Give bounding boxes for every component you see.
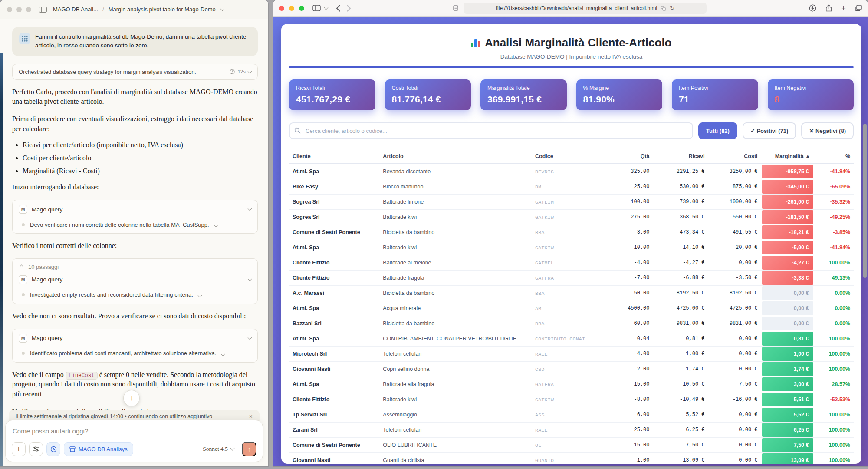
- conversation-title[interactable]: Margin analysis pivot table for Mago-Dem…: [108, 6, 216, 13]
- column-header-marginalita[interactable]: Marginalità ▲: [761, 149, 814, 164]
- close-window-button[interactable]: [279, 6, 284, 11]
- cell-articolo: OLIO LUBRIFICANTE: [379, 438, 532, 453]
- cell-ricavi: 1,00 €: [653, 347, 708, 362]
- column-header-pct[interactable]: %: [814, 149, 854, 164]
- tool-note-row[interactable]: Investigated empty results and reconside…: [19, 291, 251, 299]
- column-header-codice[interactable]: Codice: [532, 149, 613, 164]
- column-header-qta[interactable]: Qtà: [613, 149, 653, 164]
- cell-cliente: At.ml. Spa: [289, 240, 379, 255]
- tool-note-row[interactable]: Identificato problema dati costi mancant…: [19, 350, 251, 357]
- tools-button[interactable]: [29, 442, 43, 456]
- cell-pct: 100.00%: [814, 423, 854, 438]
- translate-icon[interactable]: [661, 6, 666, 11]
- tool-call-card[interactable]: M Mago query ⚠ Devo verificare i no: [12, 200, 258, 234]
- cell-ricavi: 6,25 €: [653, 423, 708, 438]
- cell-ricavi: 368,50 €: [653, 210, 708, 225]
- filter-button[interactable]: ✓ Positivi (71): [743, 122, 796, 139]
- chevron-down-icon[interactable]: [220, 7, 224, 11]
- cell-articolo: Baltorade kiwi: [379, 240, 532, 255]
- sidebar-toggle-icon[interactable]: [39, 7, 47, 13]
- cell-costi: -3,50 €: [708, 271, 761, 286]
- tool-steps-label: 10 passaggi: [28, 264, 59, 270]
- reload-icon[interactable]: ↻: [670, 5, 674, 11]
- downloads-icon[interactable]: [809, 4, 816, 12]
- cell-pct: 100.00%: [814, 331, 854, 347]
- tool-title-row[interactable]: M Mago query ⚠: [19, 334, 251, 343]
- project-pill[interactable]: MAGO DB Analisys: [64, 442, 133, 456]
- forward-button[interactable]: [347, 5, 351, 12]
- cell-cliente: Microtech Srl: [289, 347, 379, 362]
- search-input[interactable]: [289, 122, 693, 139]
- cell-pct: 100.00%: [814, 362, 854, 377]
- page-scrollbar[interactable]: [863, 124, 867, 278]
- cell-ricavi: 473,34 €: [653, 225, 708, 240]
- back-button[interactable]: [336, 5, 340, 12]
- chevron-down-icon[interactable]: [248, 277, 252, 281]
- user-message: Fammi il controllo marginalità sul db Ma…: [12, 27, 258, 56]
- table-controls: Tutti (82) ✓ Positivi (71) ✕ Negativi (8…: [289, 122, 854, 139]
- tool-note-row[interactable]: Devo verificare i nomi corretti delle co…: [19, 221, 251, 228]
- cell-cliente: At.ml. Spa: [289, 301, 379, 316]
- column-header-costi[interactable]: Costi: [708, 149, 761, 164]
- filter-buttons: Tutti (82) ✓ Positivi (71) ✕ Negativi (8…: [698, 122, 854, 139]
- cell-pct: 0.00%: [814, 316, 854, 331]
- margin-chip: -261,00 €: [762, 195, 813, 209]
- tool-call-card[interactable]: M Mago query ⚠ Identificato problem: [12, 329, 258, 363]
- filter-button[interactable]: ✕ Negativi (8): [801, 122, 854, 139]
- cell-costi: 9831,00 €: [708, 316, 761, 331]
- cell-costi: 0,00 €: [708, 453, 761, 464]
- kpi-card: Costi Totali 81.776,14 €: [385, 79, 471, 110]
- cell-ricavi: -4,27 €: [653, 255, 708, 271]
- thought-summary[interactable]: Orchestrated database query strategy for…: [12, 64, 258, 80]
- cell-codice: RAEE: [532, 347, 613, 362]
- cell-marginalita: 6,25 €: [761, 423, 814, 438]
- chevron-down-icon[interactable]: [221, 352, 225, 356]
- message-input[interactable]: Come posso aiutarti oggi?: [13, 427, 256, 435]
- tool-title-row[interactable]: M Mago query ⚠: [19, 205, 251, 214]
- close-icon[interactable]: ×: [249, 413, 253, 419]
- model-selector[interactable]: Sonnet 4.5: [203, 446, 234, 452]
- minimize-window-button[interactable]: [16, 7, 22, 12]
- minimize-window-button[interactable]: [289, 6, 294, 11]
- chevron-down-icon[interactable]: [197, 293, 202, 297]
- send-button[interactable]: ↑: [242, 442, 256, 456]
- cell-costi: 0,00 €: [708, 347, 761, 362]
- column-header-articolo[interactable]: Articolo: [379, 149, 532, 164]
- cell-codice: GUANTO: [532, 453, 613, 464]
- tool-steps-row[interactable]: 10 passaggi: [19, 264, 251, 270]
- scroll-to-bottom-button[interactable]: ↓: [123, 390, 140, 406]
- page-settings-icon[interactable]: [453, 5, 460, 11]
- background-window-edge: [0, 53, 3, 466]
- workspace-name[interactable]: MAGO DB Anali...: [53, 6, 98, 13]
- tab-overview-icon[interactable]: [855, 5, 862, 11]
- close-window-button[interactable]: [7, 7, 12, 12]
- zoom-window-button[interactable]: [299, 6, 304, 11]
- attach-button[interactable]: +: [12, 442, 26, 456]
- cell-articolo: Guanti da ciclista: [379, 453, 532, 464]
- chevron-down-icon[interactable]: [324, 6, 329, 10]
- tool-title-row[interactable]: M Mago query ⚠: [19, 275, 251, 284]
- tool-call-card[interactable]: 10 passaggi M Mago query ⚠: [12, 258, 258, 304]
- table-row: At.ml. Spa Baltorade alla fragola GATFRA…: [289, 377, 854, 392]
- address-bar[interactable]: file:///Users/cashbit/Downloads/analisi_…: [464, 3, 707, 14]
- filter-button[interactable]: Tutti (82): [698, 122, 737, 139]
- column-header-ricavi[interactable]: Ricavi: [653, 149, 708, 164]
- share-icon[interactable]: [825, 4, 832, 12]
- chevron-down-icon[interactable]: [248, 335, 252, 340]
- new-tab-icon[interactable]: +: [841, 3, 846, 13]
- cell-marginalita: -18,21 €: [761, 225, 814, 240]
- chevron-down-icon[interactable]: [214, 223, 218, 228]
- connector-line: [23, 285, 23, 290]
- cell-cliente: A.c. Marassi: [289, 286, 379, 301]
- table-row: Cliente Fittizio Baltorade kiwi GATKIW -…: [289, 392, 854, 407]
- cell-pct: 0.00%: [814, 301, 854, 316]
- column-header-cliente[interactable]: Cliente: [289, 149, 379, 164]
- sidebar-toggle-icon[interactable]: [312, 5, 321, 11]
- cell-qta: 6.00: [613, 407, 653, 423]
- cell-codice: BM: [532, 179, 613, 195]
- chevron-down-icon[interactable]: [248, 207, 252, 211]
- cell-ricavi: 13,09 €: [653, 453, 708, 464]
- zoom-window-button[interactable]: [26, 7, 31, 12]
- plus-icon: +: [16, 445, 20, 453]
- history-button[interactable]: [46, 442, 60, 456]
